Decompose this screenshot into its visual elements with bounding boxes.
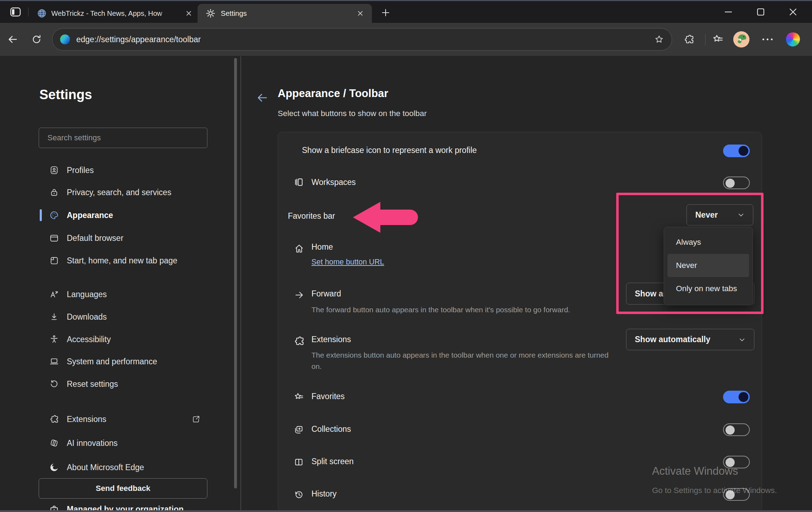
sidebar-item-ai-innovations[interactable]: AI innovations	[39, 433, 214, 453]
history-toggle[interactable]	[723, 488, 750, 501]
managed-by-organization[interactable]: Managed by your organization	[39, 500, 221, 510]
tab-close-icon[interactable]	[357, 10, 363, 17]
menu-item-always[interactable]: Always	[664, 231, 753, 254]
sidebar-item-extensions[interactable]: Extensions	[39, 409, 214, 429]
close-button[interactable]	[785, 5, 801, 19]
chevron-down-icon	[739, 336, 746, 343]
back-button[interactable]	[6, 34, 20, 45]
sidebar-item-downloads[interactable]: Downloads	[39, 307, 214, 327]
favorites-label: Favorites	[311, 392, 345, 401]
menu-item-never[interactable]: Never	[668, 254, 749, 277]
profile-avatar[interactable]	[733, 31, 749, 47]
external-link-icon	[192, 415, 201, 424]
settings-sidebar: Settings Profiles Privacy, search, and s…	[0, 56, 240, 510]
forward-description: The forward button auto appears in the t…	[311, 304, 570, 315]
collections-icon	[294, 424, 304, 435]
sidebar-item-privacy[interactable]: Privacy, search, and services	[39, 182, 214, 203]
forward-arrow-icon	[294, 290, 304, 300]
split-screen-toggle[interactable]	[723, 456, 750, 468]
sidebar-item-appearance[interactable]: Appearance	[39, 205, 214, 225]
selected-indicator	[40, 209, 42, 221]
copilot-icon[interactable]	[785, 32, 801, 46]
sidebar-item-start-home-newtab[interactable]: Start, home, and new tab page	[39, 250, 214, 271]
favorites-bar-dropdown-menu: Always Never Only on new tabs	[664, 227, 753, 305]
sidebar-item-about-edge[interactable]: About Microsoft Edge	[39, 457, 214, 478]
titlebar-divider	[28, 7, 28, 17]
languages-icon	[49, 289, 59, 299]
accessibility-icon	[49, 334, 59, 344]
menu-item-only-new-tabs[interactable]: Only on new tabs	[664, 277, 753, 300]
puzzle-icon	[49, 414, 59, 424]
tab-settings[interactable]: Settings	[198, 4, 372, 23]
extensions-puzzle-icon	[294, 335, 305, 347]
split-screen-label: Split screen	[311, 457, 354, 466]
chevron-down-icon	[737, 211, 745, 218]
workspaces-label: Workspaces	[311, 178, 356, 187]
page-title: Appearance / Toolbar	[278, 87, 388, 100]
extensions-puzzle-icon[interactable]	[683, 34, 695, 45]
send-feedback-button[interactable]: Send feedback	[39, 478, 207, 499]
briefcase-toggle[interactable]	[723, 145, 750, 157]
url-text: edge://settings/appearance/toolbar	[76, 35, 201, 44]
page-subtitle: Select what buttons to show on the toolb…	[278, 109, 427, 118]
home-label: Home	[311, 242, 333, 252]
avatar	[733, 31, 749, 47]
tab-webtrickz[interactable]: WebTrickz - Tech News, Apps, How	[32, 4, 197, 23]
split-screen-icon	[294, 457, 304, 467]
settings-menu-ellipsis-icon[interactable]	[760, 39, 775, 40]
edge-swirl-icon	[49, 462, 59, 472]
new-tab-page-icon	[49, 256, 59, 265]
profiles-icon	[49, 165, 59, 175]
add-favorite-star-icon[interactable]	[654, 34, 664, 44]
search-settings-input[interactable]	[39, 128, 207, 148]
ai-copilot-icon	[49, 438, 59, 448]
reset-icon	[49, 379, 59, 389]
gear-icon	[206, 9, 215, 18]
favorites-hub-icon[interactable]	[711, 33, 725, 45]
download-icon	[49, 312, 59, 322]
sidebar-scrollbar[interactable]	[234, 58, 237, 488]
browser-window: WebTrickz - Tech News, Apps, How Setting…	[0, 0, 812, 512]
annotation-arrow	[353, 202, 418, 233]
favorites-bar-label: Favorites bar	[288, 211, 335, 221]
sidebar-item-reset-settings[interactable]: Reset settings	[39, 374, 214, 394]
workspaces-toggle[interactable]	[723, 177, 750, 189]
extensions-dropdown[interactable]: Show automatically	[626, 329, 754, 350]
title-bar: WebTrickz - Tech News, Apps, How Setting…	[0, 1, 812, 23]
favorites-bar-dropdown[interactable]: Never	[687, 204, 753, 225]
favorites-toggle[interactable]	[723, 391, 750, 403]
main-content: Appearance / Toolbar Select what buttons…	[241, 56, 812, 510]
refresh-button[interactable]	[30, 34, 44, 45]
sidebar-item-default-browser[interactable]: Default browser	[39, 228, 214, 248]
back-arrow-icon[interactable]	[256, 91, 269, 104]
sidebar-item-languages[interactable]: Languages	[39, 284, 214, 305]
sidebar-item-accessibility[interactable]: Accessibility	[39, 329, 214, 350]
history-clock-icon	[294, 489, 304, 500]
minimize-button[interactable]	[720, 5, 737, 19]
settings-card: Show a briefcase icon to represent a wor…	[278, 132, 762, 510]
laptop-icon	[49, 357, 59, 366]
collections-toggle[interactable]	[723, 423, 750, 436]
sidebar-item-system-performance[interactable]: System and performance	[39, 351, 214, 372]
tab-actions-icon[interactable]	[8, 6, 22, 18]
maximize-button[interactable]	[752, 5, 769, 19]
browser-toolbar: edge://settings/appearance/toolbar	[0, 23, 812, 56]
workspaces-icon	[294, 177, 305, 188]
sidebar-title: Settings	[39, 87, 92, 102]
favorites-star-icon	[294, 392, 304, 402]
browser-window-icon	[49, 233, 59, 243]
tab-close-icon[interactable]	[186, 10, 192, 17]
history-label: History	[311, 489, 337, 499]
briefcase-row-label: Show a briefcase icon to represent a wor…	[302, 146, 477, 155]
extensions-description: The extensions button auto appears in th…	[311, 350, 610, 372]
tab-title: Settings	[221, 9, 247, 18]
window-bottom-edge	[0, 510, 812, 512]
address-bar[interactable]: edge://settings/appearance/toolbar	[52, 28, 672, 51]
new-tab-button[interactable]	[380, 7, 392, 19]
palette-icon	[49, 210, 59, 220]
lock-icon	[49, 187, 59, 197]
globe-favicon-icon	[37, 9, 46, 18]
toolbar-divider	[705, 34, 705, 45]
set-home-url-link[interactable]: Set home button URL	[311, 258, 384, 267]
sidebar-item-profiles[interactable]: Profiles	[39, 160, 214, 180]
